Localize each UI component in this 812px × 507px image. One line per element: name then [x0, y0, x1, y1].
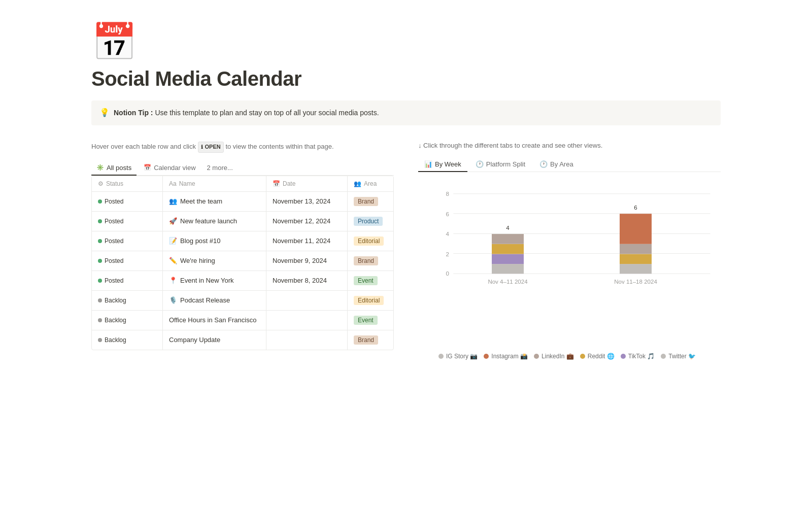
legend-label: Instagram 📸	[491, 353, 528, 360]
td-area: Event	[348, 271, 393, 290]
status-badge: Posted	[98, 277, 123, 284]
tab-more[interactable]: 2 more...	[203, 161, 237, 175]
legend-item: Instagram 📸	[484, 353, 528, 360]
td-status: Backlog	[92, 291, 163, 310]
table-row[interactable]: Posted 📍 Event in New York November 8, 2…	[92, 271, 393, 291]
svg-text:4: 4	[446, 231, 450, 237]
tab-all-posts[interactable]: ✳️ All posts	[91, 161, 137, 176]
td-status: Posted	[92, 271, 163, 290]
row-name: Event in New York	[180, 277, 234, 284]
area-tag: Event	[354, 316, 378, 325]
area-tag: Editorial	[354, 296, 384, 305]
chart-tab-platform-split[interactable]: 🕐 Platform Split	[469, 157, 531, 172]
svg-rect-11	[492, 254, 524, 264]
chart-tab-platform-split-label: Platform Split	[486, 160, 525, 168]
chart-tab-platform-split-icon: 🕐	[476, 160, 484, 168]
table-row[interactable]: Posted ✏️ We're hiring November 9, 2024 …	[92, 251, 393, 271]
legend-item: Reddit 🌐	[580, 353, 615, 360]
tip-label: Notion Tip :	[114, 109, 153, 117]
tip-box: 💡 Notion Tip : Use this template to plan…	[91, 100, 721, 125]
table-header: ⚙ Status Aa Name 📅 Date 👥 Area	[92, 176, 393, 192]
td-name: ✏️ We're hiring	[163, 251, 266, 271]
row-name: Office Hours in San Francisco	[169, 316, 256, 324]
tab-calendar-view[interactable]: 📅 Calendar view	[139, 161, 200, 176]
td-status: Backlog	[92, 330, 163, 350]
row-icon: 👥	[169, 197, 177, 205]
status-badge: Backlog	[98, 297, 126, 304]
area-tag: Brand	[354, 256, 378, 265]
svg-rect-16	[620, 264, 652, 274]
status-label: Posted	[105, 257, 123, 264]
chart-svg: 8 6 4 2 0	[438, 185, 716, 347]
status-dot	[98, 298, 102, 302]
row-icon: 🚀	[169, 217, 177, 225]
svg-text:Nov 4–11 2024: Nov 4–11 2024	[488, 279, 528, 285]
date-icon: 📅	[273, 180, 280, 187]
status-label: Posted	[105, 218, 123, 225]
legend-dot	[621, 354, 626, 359]
tabs-row: ✳️ All posts 📅 Calendar view 2 more...	[91, 161, 394, 176]
table-row[interactable]: Posted 👥 Meet the team November 13, 2024…	[92, 192, 393, 212]
area-tag: Editorial	[354, 236, 384, 246]
table-row[interactable]: Backlog 🎙️ Podcast Release Editorial	[92, 291, 393, 311]
status-badge: Posted	[98, 218, 123, 225]
th-status: ⚙ Status	[92, 176, 163, 191]
th-name: Aa Name	[163, 176, 266, 191]
legend-dot	[534, 354, 539, 359]
table-wrapper: ⚙ Status Aa Name 📅 Date 👥 Area	[91, 176, 394, 350]
td-date: November 13, 2024	[266, 192, 348, 211]
row-name: New feature launch	[180, 217, 237, 225]
status-icon: ⚙	[98, 180, 104, 187]
td-date	[266, 330, 348, 350]
td-status: Posted	[92, 251, 163, 271]
row-icon: ✏️	[169, 257, 177, 264]
td-date	[266, 291, 348, 310]
table-row[interactable]: Posted 🚀 New feature launch November 12,…	[92, 212, 393, 231]
chart-tab-by-area-icon: 🕐	[539, 160, 548, 168]
svg-text:8: 8	[446, 191, 449, 197]
area-tag: Brand	[354, 197, 378, 206]
td-status: Backlog	[92, 311, 163, 330]
legend-label: TikTok 🎵	[628, 353, 655, 360]
svg-rect-18	[620, 244, 652, 254]
open-badge-icon: ℹ	[201, 143, 203, 151]
chart-tab-by-area-label: By Area	[550, 160, 573, 168]
td-area: Product	[348, 212, 393, 231]
status-dot	[98, 279, 102, 283]
status-label: Backlog	[105, 317, 126, 324]
td-name: 📍 Event in New York	[163, 271, 266, 290]
table-body: Posted 👥 Meet the team November 13, 2024…	[92, 192, 393, 350]
left-panel: Hover over each table row and click ℹ OP…	[91, 142, 394, 350]
open-badge: ℹ OPEN	[198, 142, 224, 153]
tip-text: Notion Tip : Use this template to plan a…	[114, 108, 379, 118]
table-row[interactable]: Posted 📝 Blog post #10 November 11, 2024…	[92, 231, 393, 251]
area-tag: Brand	[354, 335, 378, 345]
chart-legend: IG Story 📷 Instagram 📸 LinkedIn 💼 Reddit…	[438, 353, 716, 360]
right-instruction: ↓ Click through the different tabs to cr…	[418, 142, 721, 149]
status-label: Posted	[105, 238, 123, 245]
legend-dot	[661, 354, 666, 359]
td-date: November 12, 2024	[266, 212, 348, 231]
row-date: November 8, 2024	[273, 277, 327, 284]
status-label: Backlog	[105, 336, 126, 344]
svg-rect-17	[620, 254, 652, 264]
row-icon: 📍	[169, 277, 177, 284]
tab-calendar-icon: 📅	[144, 164, 151, 171]
svg-text:0: 0	[446, 271, 449, 277]
table-row[interactable]: Backlog Company Update Brand	[92, 330, 393, 350]
td-name: Office Hours in San Francisco	[163, 311, 266, 330]
td-date: November 11, 2024	[266, 231, 348, 251]
row-date: November 13, 2024	[273, 197, 330, 205]
name-icon: Aa	[169, 180, 177, 187]
status-badge: Posted	[98, 198, 123, 205]
status-dot	[98, 219, 102, 223]
page-icon: 📅	[91, 20, 721, 63]
tab-calendar-label: Calendar view	[154, 164, 195, 172]
chart-tab-by-week[interactable]: 📊 By Week	[418, 157, 467, 172]
row-name: We're hiring	[180, 257, 215, 264]
legend-item: LinkedIn 💼	[534, 353, 574, 360]
chart-tab-by-area[interactable]: 🕐 By Area	[533, 157, 580, 172]
table-row[interactable]: Backlog Office Hours in San Francisco Ev…	[92, 311, 393, 330]
area-tag: Product	[354, 217, 383, 226]
legend-item: IG Story 📷	[438, 353, 478, 360]
